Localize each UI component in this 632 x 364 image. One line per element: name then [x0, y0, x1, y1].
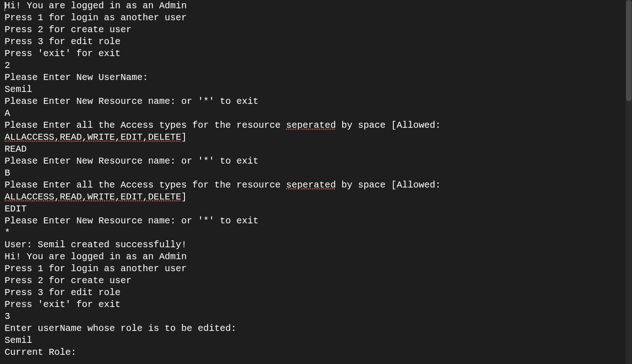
terminal-text-segment: User: Semil created successfully!	[5, 239, 187, 250]
terminal-text-segment: Please Enter all the Access types for th…	[5, 180, 286, 190]
terminal-line: Hi! You are logged in as an Admin	[5, 0, 621, 12]
terminal-text-segment: Press 'exit' for exit	[5, 48, 121, 59]
terminal-text-segment: 2	[5, 60, 10, 71]
terminal-line: 2	[5, 60, 621, 72]
terminal-text-segment: Hi! You are logged in as an Admin	[5, 251, 187, 262]
terminal-text-segment: EDIT	[5, 204, 27, 214]
terminal-line: Current Role:	[5, 347, 621, 358]
terminal-text-segment: Press 2 for create user	[5, 275, 132, 286]
terminal-text-segment: by space [Allowed:	[336, 120, 446, 131]
terminal-text-segment: Current Role:	[5, 347, 76, 358]
terminal-line: Please Enter all the Access types for th…	[5, 179, 621, 203]
terminal-text-segment: Please Enter New Resource name: or '*' t…	[5, 216, 259, 226]
terminal-line: Semil	[5, 84, 621, 96]
terminal-text-segment: Please Enter New UserName:	[5, 72, 148, 83]
terminal-text-segment: ALLACCESS,READ,WRITE,EDIT,DELETE	[5, 192, 181, 202]
terminal-line: Semil	[5, 335, 621, 347]
terminal-line: Press 2 for create user	[5, 24, 621, 36]
terminal-text-segment: B	[5, 168, 10, 178]
terminal-text-segment: Press 3 for edit role	[5, 287, 121, 298]
terminal-line: Press 2 for create user	[5, 275, 621, 287]
terminal-text-segment: ]	[181, 132, 187, 142]
terminal-line: Press 'exit' for exit	[5, 299, 621, 311]
terminal-text-segment: 3	[5, 311, 10, 322]
scrollbar-thumb[interactable]	[626, 0, 632, 101]
terminal-text-segment: ]	[181, 192, 187, 202]
terminal-text-segment: Semil	[5, 84, 32, 95]
terminal-line: Please Enter New Resource name: or '*' t…	[5, 96, 621, 108]
terminal-line: Hi! You are logged in as an Admin	[5, 251, 621, 263]
terminal-line: READ	[5, 143, 621, 155]
terminal-text-segment: Semil	[5, 335, 32, 346]
terminal-text-segment: Press 1 for login as another user	[5, 263, 187, 274]
terminal-text-segment: Enter userName whose role is to be edite…	[5, 323, 236, 334]
terminal-line: User: Semil created successfully!	[5, 239, 621, 251]
terminal-line: Press 3 for edit role	[5, 287, 621, 299]
terminal-line: Press 3 for edit role	[5, 36, 621, 48]
terminal-line: B	[5, 167, 621, 179]
terminal-text-segment: by space [Allowed:	[336, 180, 446, 190]
terminal-line: Please Enter New Resource name: or '*' t…	[5, 215, 621, 227]
terminal-line: Press 'exit' for exit	[5, 48, 621, 60]
terminal-text-segment: Please Enter New Resource name: or '*' t…	[5, 156, 259, 166]
scrollbar-track[interactable]	[626, 0, 632, 364]
terminal-line: Please Enter all the Access types for th…	[5, 119, 621, 143]
terminal-line: Press 1 for login as another user	[5, 12, 621, 24]
terminal-line: *	[5, 227, 621, 239]
terminal-line: Enter userName whose role is to be edite…	[5, 323, 621, 335]
terminal-text-segment: seperated	[286, 120, 336, 131]
terminal-text-segment: A	[5, 108, 10, 119]
terminal-line: EDIT	[5, 203, 621, 215]
terminal-text-segment: ALLACCESS,READ,WRITE,EDIT,DELETE	[5, 132, 181, 142]
terminal-text-segment: Press 'exit' for exit	[5, 299, 121, 310]
terminal-text-segment: Press 3 for edit role	[5, 36, 121, 47]
terminal-text-segment: Hi! You are logged in as an Admin	[5, 0, 187, 11]
terminal-text-segment: Press 2 for create user	[5, 24, 132, 35]
terminal-line: A	[5, 108, 621, 119]
terminal-text-segment: *	[5, 228, 10, 238]
terminal-text-segment: seperated	[286, 180, 336, 190]
terminal-text-segment: Please Enter all the Access types for th…	[5, 120, 286, 131]
terminal-text-segment: Press 1 for login as another user	[5, 12, 187, 23]
terminal-line: Press 1 for login as another user	[5, 263, 621, 275]
terminal-line: 3	[5, 311, 621, 323]
terminal-text-segment: READ	[5, 144, 27, 154]
terminal-text-segment: Please Enter New Resource name: or '*' t…	[5, 96, 259, 107]
terminal-line: Please Enter New Resource name: or '*' t…	[5, 155, 621, 167]
terminal-line: Please Enter New UserName:	[5, 72, 621, 84]
terminal-output[interactable]: Hi! You are logged in as an AdminPress 1…	[0, 0, 626, 364]
